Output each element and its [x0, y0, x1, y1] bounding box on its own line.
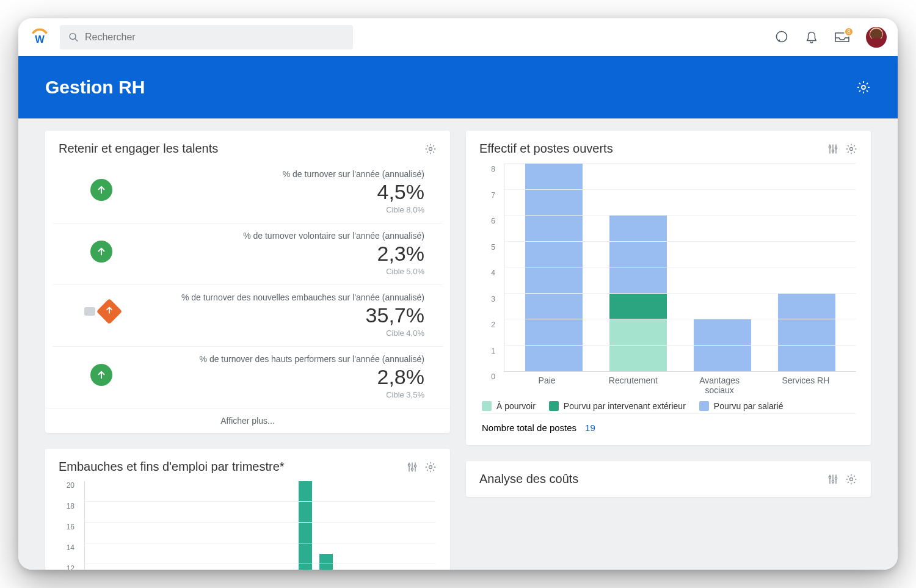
y-tick: 1	[491, 347, 495, 355]
search-input-wrap[interactable]	[60, 25, 353, 49]
gear-icon[interactable]	[424, 461, 437, 473]
legend-label: À pourvoir	[496, 401, 536, 411]
y-tick: 12	[67, 564, 75, 570]
y-tick: 5	[491, 243, 495, 252]
headcount-chart: 012345678 PaieRecrutementAvantages socia…	[466, 159, 871, 445]
kpi-value: 35,7%	[144, 303, 424, 327]
bar-column[interactable]	[778, 294, 835, 372]
card-headcount: Effectif et postes ouverts 012345678	[466, 131, 871, 445]
chat-icon[interactable]	[774, 30, 789, 45]
trend-up-icon	[90, 364, 112, 386]
y-tick: 16	[67, 523, 75, 531]
kpi-label: % de turnover des nouvelles embauches su…	[144, 292, 424, 302]
kpi-target: Cible 4,0%	[144, 328, 424, 338]
svg-point-26	[850, 477, 853, 481]
kpi-value: 2,3%	[144, 242, 424, 266]
notifications-icon[interactable]	[805, 30, 818, 45]
bar[interactable]	[299, 481, 312, 570]
svg-point-9	[408, 464, 410, 466]
legend-swatch	[549, 401, 559, 411]
right-column: Effectif et postes ouverts 012345678	[466, 131, 871, 570]
kpi-indicator	[59, 354, 144, 386]
y-tick: 7	[491, 191, 495, 200]
card-title: Effectif et postes ouverts	[479, 142, 613, 156]
x-tick: Services RH	[777, 376, 834, 395]
legend-label: Pourvu par intervenant extérieur	[564, 401, 686, 411]
kpi-label: % de turnover sur l'année (annualisé)	[144, 169, 424, 179]
y-tick: 20	[67, 481, 75, 490]
sliders-icon[interactable]	[406, 461, 418, 473]
bar-segment	[609, 319, 667, 371]
y-tick: 8	[491, 165, 495, 173]
bar-segment	[778, 294, 835, 372]
svg-point-3	[777, 32, 787, 42]
kpi-value: 2,8%	[144, 365, 424, 389]
x-tick: Recrutement	[605, 376, 662, 395]
kpi-target: Cible 8,0%	[144, 205, 424, 214]
legend-label: Pourvu par salarié	[714, 401, 783, 411]
x-tick: Paie	[518, 376, 576, 395]
svg-point-10	[411, 468, 413, 470]
svg-text:W: W	[35, 34, 45, 45]
svg-point-25	[835, 477, 837, 479]
hires-chart: 2018161412	[45, 477, 450, 570]
chart-legend: À pourvoirPourvu par intervenant extérie…	[481, 395, 856, 413]
y-tick: 4	[491, 269, 495, 277]
bar-column[interactable]	[609, 216, 667, 371]
y-tick: 2	[491, 321, 495, 329]
inbox-icon[interactable]: 8	[834, 31, 850, 44]
y-tick: 14	[67, 543, 75, 552]
kpi-list: % de turnover sur l'année (annualisé)4,5…	[45, 159, 450, 408]
workday-logo: W	[29, 27, 50, 48]
bar-segment	[609, 216, 667, 294]
trend-up-icon	[90, 179, 112, 201]
kpi-row[interactable]: % de turnover des nouvelles embauches su…	[53, 285, 443, 346]
bar[interactable]	[319, 554, 333, 570]
avatar[interactable]	[866, 27, 887, 48]
page-header: Gestion RH	[18, 56, 898, 118]
total-label: Nombre total de postes	[482, 423, 576, 433]
svg-point-24	[832, 480, 834, 482]
search-input[interactable]	[85, 32, 344, 43]
svg-point-11	[414, 465, 416, 466]
inbox-badge: 8	[844, 27, 854, 37]
legend-item[interactable]: À pourvoir	[482, 401, 536, 411]
kpi-row[interactable]: % de turnover des hauts performers sur l…	[53, 346, 443, 408]
legend-swatch	[699, 401, 709, 411]
page-settings-button[interactable]	[856, 80, 871, 95]
card-title: Retenir et engager les talents	[59, 142, 218, 156]
sliders-icon[interactable]	[827, 473, 839, 485]
kpi-indicator	[59, 169, 144, 201]
card-title: Analyse des coûts	[479, 472, 578, 486]
bar-segment	[694, 319, 751, 371]
bar-column[interactable]	[694, 319, 751, 371]
comment-icon	[84, 307, 95, 316]
gear-icon[interactable]	[424, 143, 437, 155]
dashboard-body: Retenir et engager les talents % de turn…	[18, 118, 898, 570]
kpi-indicator	[59, 292, 144, 321]
legend-swatch	[482, 401, 492, 411]
kpi-row[interactable]: % de turnover sur l'année (annualisé)4,5…	[53, 162, 443, 223]
legend-item[interactable]: Pourvu par salarié	[699, 401, 783, 411]
y-tick: 18	[67, 502, 75, 510]
svg-point-16	[829, 146, 831, 148]
card-cost-analysis: Analyse des coûts	[466, 461, 871, 497]
bar-column[interactable]	[525, 164, 583, 371]
card-hires: Embauches et fins d'emploi par trimestre…	[45, 449, 450, 570]
y-tick: 3	[491, 295, 495, 303]
legend-item[interactable]: Pourvu par intervenant extérieur	[549, 401, 686, 411]
kpi-indicator	[59, 231, 144, 263]
gear-icon[interactable]	[845, 473, 857, 485]
svg-point-19	[850, 147, 853, 150]
gear-icon[interactable]	[845, 143, 857, 155]
svg-point-23	[829, 476, 831, 478]
sliders-icon[interactable]	[827, 143, 839, 155]
svg-point-5	[429, 147, 432, 150]
kpi-row[interactable]: % de turnover volontaire sur l'année (an…	[53, 223, 443, 285]
total-value: 19	[585, 423, 595, 433]
x-tick: Avantages sociaux	[691, 376, 748, 395]
svg-point-17	[832, 150, 834, 151]
kpi-target: Cible 5,0%	[144, 267, 424, 276]
bar-segment	[609, 294, 667, 320]
show-more-button[interactable]: Afficher plus...	[45, 408, 450, 433]
